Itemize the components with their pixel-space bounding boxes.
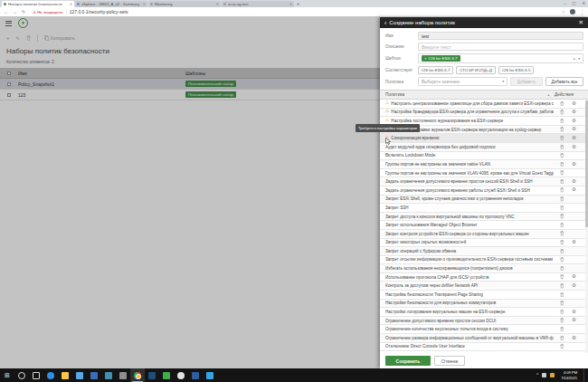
policy-row[interactable]: Аудит модулей ядра гипервизора без цифро… [380,143,588,152]
policy-settings-button[interactable]: ⚙ [568,110,580,115]
delete-policy-button[interactable] [556,327,568,332]
clear-selection-icon[interactable]: × [573,56,575,62]
bookmark-star-icon[interactable]: ☆ [562,9,565,14]
start-button[interactable]: ⊞ [0,368,14,382]
photos-icon[interactable] [72,368,87,382]
policy-row[interactable]: Задать ограничения допустимого времени р… [380,186,588,196]
delete-policy-button[interactable] [556,136,568,141]
delete-policy-button[interactable] [556,257,568,263]
tab-close-icon[interactable]: ✕ [70,2,72,6]
policy-row[interactable]: Запрет операций с буфером обмена [380,247,588,256]
policy-row[interactable]: Ограничение размера информационных сообщ… [380,334,588,343]
app-azure-icon[interactable] [203,368,217,382]
chip-remove-icon[interactable]: × [424,56,427,61]
description-input[interactable] [418,43,583,51]
policy-settings-button[interactable]: ⚙ [568,162,580,167]
policy-row[interactable]: Использование протокола CHAP для iSCSI у… [380,273,588,282]
omnibox[interactable]: ⚠ Не защищено | 127.0.0.1/security-polic… [33,9,561,14]
policy-row[interactable]: ⚠Настроить централизованное хранилище дл… [380,100,588,109]
delete-policy-button[interactable] [556,196,568,202]
policy-settings-button[interactable]: ⚙ [568,318,580,323]
delete-policy-button[interactable] [556,110,568,115]
back-icon[interactable]: ← [4,9,8,14]
policy-settings-button[interactable]: ⚙ [568,283,580,289]
app-navy-icon[interactable] [145,368,159,382]
policy-settings-button[interactable]: ⚙ [568,240,580,245]
show-desktop-button[interactable] [583,368,586,382]
edge-icon[interactable] [43,368,58,382]
app-light-icon[interactable] [174,368,188,382]
delete-policy-button[interactable] [556,240,568,245]
policy-row[interactable]: ⚠Настройка брандмауэра ESXi-сервера для … [380,109,588,118]
snipping-tool-icon[interactable] [116,368,130,382]
policy-row[interactable]: Запрет использования Managed Object Brow… [380,221,588,230]
policy-row[interactable]: Запрет доступа к консоли виртуальной маш… [380,213,588,222]
tray-network-icon[interactable] [542,373,546,377]
search-icon[interactable] [14,368,29,382]
browser-tab[interactable]: vcsa-vg.test✕ [222,1,294,7]
app-blue-icon[interactable] [87,368,101,382]
policy-row[interactable]: Включить Lockdown Mode [380,152,588,161]
policy-row[interactable]: Запрет ESXi Shell, кроме случаев диагнос… [380,196,588,205]
policy-settings-button[interactable]: ⚙ [568,119,580,124]
policy-settings-button[interactable]: ⚙ [568,310,580,315]
policy-settings-button[interactable]: ⚙ [568,127,580,132]
name-input[interactable] [418,32,583,40]
profile-avatar[interactable] [570,9,575,14]
delete-policy-button[interactable] [556,318,568,323]
delete-policy-button[interactable] [556,249,568,254]
sort-arrow-icon[interactable]: ▲ [547,93,550,97]
tray-caret-icon[interactable]: ^ [536,373,538,377]
policy-settings-button[interactable]: ⚙ [568,101,580,107]
tab-close-icon[interactable]: ✕ [143,2,146,6]
policy-row[interactable]: Настройки безопасности для виртуальных к… [380,300,588,309]
delete-policy-button[interactable] [556,283,568,289]
policy-row[interactable]: Настройка безопасности Transparent Page … [380,291,588,300]
policy-row[interactable]: Запрет контроля устройств ESXi-сервера с… [380,230,588,239]
delete-policy-button[interactable] [556,127,568,132]
delete-policy-button[interactable] [556,179,568,185]
delete-policy-button[interactable] [556,231,568,236]
maximize-button[interactable]: ▢ [572,1,575,5]
delete-policy-button[interactable] [556,214,568,219]
delete-policy-button[interactable] [556,344,568,349]
delete-policy-button[interactable] [556,153,568,158]
save-button[interactable]: Сохранить [385,356,431,366]
browser-tab[interactable]: Monitoring✕ [148,1,221,7]
browser-tab[interactable]: vSphere - VM03_A_02 - Summary✕ [75,1,147,7]
policy-column-header[interactable]: Политика [385,92,547,97]
browser-tab[interactable]: Наборы политик безопасности✕ [2,1,74,7]
delete-policy-button[interactable] [556,310,568,315]
delete-policy-button[interactable] [556,223,568,228]
add-button[interactable]: Добавить [510,77,543,86]
policy-settings-button[interactable]: ⚙ [568,187,580,193]
browser-menu-icon[interactable]: ⋮ [580,9,584,14]
delete-policy-button[interactable] [556,119,568,124]
policy-row[interactable]: Настройки логирования виртуальных машин … [380,308,588,317]
defender-icon[interactable] [188,368,203,382]
policy-row[interactable]: Группы портов не настроены на значения n… [380,160,588,169]
policy-row[interactable]: Контроль за доступом через dvfilter Netw… [380,282,588,291]
drawer-close-icon[interactable]: ✕ [579,19,583,26]
policy-row[interactable]: Задать ограничения допустимого времени п… [380,177,588,186]
add-all-button[interactable]: Добавить все [545,77,583,86]
delete-policy-button[interactable] [556,292,568,298]
delete-policy-button[interactable] [556,162,568,167]
policy-settings-button[interactable]: ⚙ [568,179,580,185]
delete-policy-button[interactable] [556,205,568,211]
delete-policy-button[interactable] [556,266,568,272]
tab-close-icon[interactable]: ✕ [216,2,219,6]
back-chevron-icon[interactable]: ‹ [384,20,386,26]
delete-policy-button[interactable] [556,336,568,341]
policy-select[interactable]: Выберите значение ▾ [418,77,507,86]
policy-row[interactable]: ⚠Синхронизация времени⚙ [380,134,588,143]
tab-close-icon[interactable]: ✕ [289,2,292,6]
policy-settings-button[interactable]: ⚙ [568,145,580,150]
policy-settings-button[interactable]: ⚙ [568,336,580,341]
policy-settings-button[interactable]: ⚙ [568,136,580,141]
file-explorer-icon[interactable] [58,368,72,382]
minimize-button[interactable]: – [564,1,565,5]
tray-notification-icon[interactable] [550,373,555,377]
cancel-button[interactable]: Отмена [434,356,465,366]
not-secure-warning[interactable]: ⚠ Не защищено [33,10,62,14]
